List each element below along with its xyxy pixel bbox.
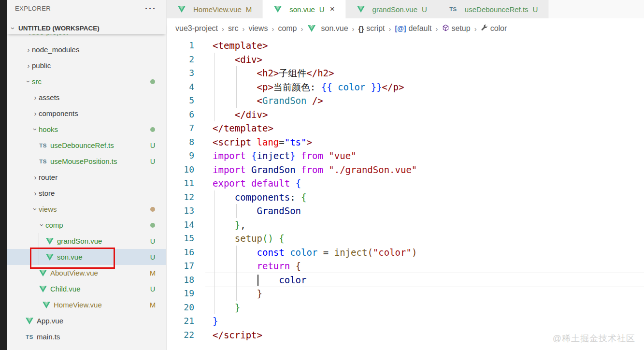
line-number[interactable]: 15 bbox=[167, 232, 194, 246]
activity-bar[interactable] bbox=[0, 0, 7, 350]
line-number[interactable]: 22 bbox=[167, 328, 194, 342]
code-line[interactable]: 13 GrandSon bbox=[167, 204, 644, 218]
tree-item-son-vue[interactable]: son.vueU bbox=[7, 249, 166, 265]
line-number[interactable]: 21 bbox=[167, 314, 194, 328]
breadcrumb-item-son-vue[interactable]: son.vue bbox=[307, 24, 348, 33]
line-number[interactable]: 5 bbox=[167, 94, 194, 108]
tree-item-src[interactable]: ›src bbox=[7, 73, 166, 89]
breadcrumb-item-vue3-project[interactable]: vue3-project bbox=[175, 24, 218, 33]
tab-label: son.vue bbox=[289, 5, 315, 14]
line-number[interactable]: 11 bbox=[167, 176, 194, 190]
code-line[interactable]: 16 const color = inject("color") bbox=[167, 246, 644, 260]
line-number[interactable]: 20 bbox=[167, 301, 194, 315]
tree-item-label: comp bbox=[45, 221, 63, 229]
tree-item-usedebounceref-ts[interactable]: TSuseDebounceRef.tsU bbox=[7, 137, 166, 153]
code-line[interactable]: 20 } bbox=[167, 301, 644, 315]
code-line[interactable]: 6 </div> bbox=[167, 108, 644, 122]
tree-item-homeview-vue[interactable]: HomeView.vueM bbox=[7, 297, 166, 313]
tree-item-public[interactable]: ›public bbox=[7, 58, 166, 73]
tree-item-usemouseposition-ts[interactable]: TSuseMousePosition.tsU bbox=[7, 153, 166, 169]
line-number[interactable]: 8 bbox=[167, 135, 194, 149]
git-status-badge: M bbox=[149, 301, 157, 309]
close-icon[interactable]: × bbox=[330, 4, 335, 14]
more-actions-icon[interactable]: ··· bbox=[145, 6, 157, 11]
code-line[interactable]: 11export default { bbox=[167, 176, 644, 190]
git-status-dot bbox=[150, 223, 155, 228]
tree-item-aboutview-vue[interactable]: AboutView.vueM bbox=[7, 265, 166, 281]
line-number[interactable]: 3 bbox=[167, 66, 194, 80]
line-number[interactable]: 12 bbox=[167, 190, 194, 204]
tree-item-label: src bbox=[32, 77, 42, 86]
code-line[interactable]: 17 return { bbox=[167, 259, 644, 273]
code-line[interactable]: 10import GrandSon from "./grandSon.vue" bbox=[167, 163, 644, 177]
code-line[interactable]: 12 components: { bbox=[167, 190, 644, 204]
breadcrumb-separator-icon: › bbox=[352, 25, 355, 33]
line-number[interactable]: 14 bbox=[167, 218, 194, 232]
tree-item-grandson-vue[interactable]: grandSon.vueU bbox=[7, 233, 166, 249]
line-number[interactable]: 1 bbox=[167, 39, 194, 53]
line-number[interactable]: 9 bbox=[167, 149, 194, 163]
tree-item-views[interactable]: ›views bbox=[7, 201, 166, 217]
code-line[interactable]: 14 }, bbox=[167, 218, 644, 232]
breadcrumb-item-src[interactable]: src bbox=[228, 24, 238, 33]
code-line[interactable]: 19 } bbox=[167, 287, 644, 301]
breadcrumb-item-color[interactable]: color bbox=[481, 24, 507, 33]
code-line[interactable]: 15 setup() { bbox=[167, 232, 644, 246]
code-line[interactable]: 8<script lang="ts"> bbox=[167, 135, 644, 149]
code-line[interactable]: 7</template> bbox=[167, 121, 644, 135]
partially-scrolled-item[interactable]: vue3-project bbox=[7, 34, 166, 42]
line-number[interactable]: 2 bbox=[167, 53, 194, 67]
line-number[interactable]: 10 bbox=[167, 163, 194, 177]
tree-item-node-modules[interactable]: ›node_modules bbox=[7, 42, 166, 58]
code-line[interactable]: 21} bbox=[167, 314, 644, 328]
breadcrumb-item-setup[interactable]: setup bbox=[442, 24, 471, 33]
line-number[interactable]: 7 bbox=[167, 121, 194, 135]
line-number[interactable]: 18 bbox=[167, 273, 194, 287]
code-line[interactable]: 9import {inject} from "vue" bbox=[167, 149, 644, 163]
code-line[interactable]: 1<template> bbox=[167, 39, 644, 53]
breadcrumb-item-script[interactable]: {}script bbox=[358, 24, 385, 33]
tree-item-label: Child.vue bbox=[50, 285, 81, 293]
tree-item-comp[interactable]: ›comp bbox=[7, 217, 166, 233]
breadcrumb: vue3-project›src›views›comp›son.vue›{}sc… bbox=[167, 18, 644, 39]
tab-grandson-vue[interactable]: grandSon.vueU bbox=[346, 0, 438, 18]
tree-item-app-vue[interactable]: App.vue bbox=[7, 313, 166, 329]
line-number[interactable]: 6 bbox=[167, 108, 194, 122]
workspace-section-header[interactable]: › UNTITLED (WORKSPACE) bbox=[7, 22, 166, 34]
code-line[interactable]: 3 <h2>子组件</h2> bbox=[167, 66, 644, 80]
tree-item-main-ts[interactable]: TSmain.ts bbox=[7, 329, 166, 345]
code-text: <p>当前颜色: {{ color }}</p> bbox=[213, 80, 404, 94]
tree-item-label: node_modules bbox=[32, 45, 79, 54]
line-number[interactable]: 16 bbox=[167, 246, 194, 260]
breadcrumb-item-default[interactable]: [@]default bbox=[395, 24, 431, 33]
breadcrumb-item-views[interactable]: views bbox=[248, 24, 268, 33]
tree-item-components[interactable]: ›components bbox=[7, 105, 166, 121]
code-text: <GrandSon /> bbox=[213, 94, 323, 108]
tab-homeview-vue[interactable]: HomeView.vueM bbox=[167, 0, 263, 18]
tree-item-label: components bbox=[39, 109, 78, 117]
tab-son-vue[interactable]: son.vueU× bbox=[263, 0, 345, 18]
tree-item-store[interactable]: ›store bbox=[7, 185, 166, 201]
line-number[interactable]: 19 bbox=[167, 287, 194, 301]
tree-item-router[interactable]: ›router bbox=[7, 169, 166, 185]
tab-bar: HomeView.vueMson.vueU×grandSon.vueUTSuse… bbox=[167, 0, 644, 18]
git-status-dot bbox=[150, 79, 155, 84]
tree-item-assets[interactable]: ›assets bbox=[7, 89, 166, 105]
code-line[interactable]: 18 color bbox=[167, 273, 644, 287]
code-line[interactable]: 2 <div> bbox=[167, 53, 644, 67]
breadcrumb-item-comp[interactable]: comp bbox=[278, 24, 297, 33]
tree-item-hooks[interactable]: ›hooks bbox=[7, 121, 166, 137]
line-number[interactable]: 13 bbox=[167, 204, 194, 218]
chevron-right-icon: › bbox=[32, 93, 39, 102]
breadcrumb-separator-icon: › bbox=[388, 25, 391, 33]
code-line[interactable]: 5 <GrandSon /> bbox=[167, 94, 644, 108]
code-editor[interactable]: 1<template>2 <div>3 <h2>子组件</h2>4 <p>当前颜… bbox=[167, 39, 644, 350]
line-number[interactable]: 17 bbox=[167, 259, 194, 273]
line-number[interactable]: 4 bbox=[167, 80, 194, 94]
tree-item-child-vue[interactable]: Child.vueU bbox=[7, 281, 166, 297]
workspace-title: UNTITLED (WORKSPACE) bbox=[18, 25, 100, 32]
tab-usedebounceref-ts[interactable]: TSuseDebounceRef.tsU bbox=[438, 0, 549, 18]
chevron-right-icon: › bbox=[32, 189, 39, 197]
chevron-right-icon: › bbox=[32, 109, 39, 117]
code-line[interactable]: 4 <p>当前颜色: {{ color }}</p> bbox=[167, 80, 644, 94]
